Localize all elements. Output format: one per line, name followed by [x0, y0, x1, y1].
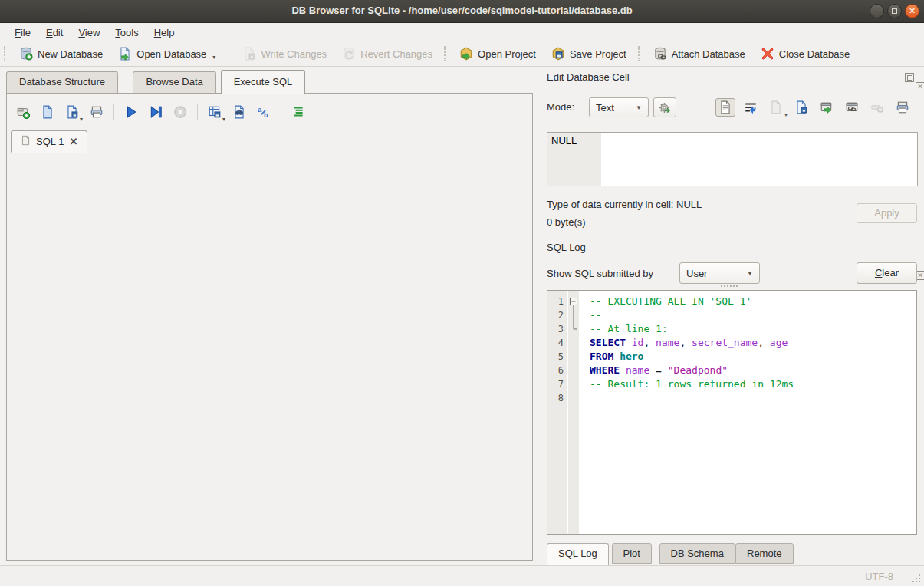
menu-view[interactable]: View: [71, 25, 107, 40]
new-database-icon: [19, 47, 33, 61]
fold-margin: [568, 295, 580, 308]
menu-help[interactable]: Help: [147, 25, 182, 40]
export-results-icon[interactable]: ▾: [205, 102, 225, 122]
find-icon[interactable]: [229, 102, 249, 122]
db-browser-window: DB Browser for SQLite - /home/user/code/…: [0, 0, 924, 586]
print-icon: [896, 100, 909, 114]
export-data-icon: [794, 100, 808, 114]
log-dock-splitter[interactable]: [721, 285, 738, 288]
maximize-icon[interactable]: [887, 4, 902, 18]
sql-toolbar: ▾▾ab: [11, 100, 311, 123]
fold-margin: [568, 364, 580, 377]
clear-button[interactable]: Clear: [857, 262, 917, 284]
dropdown-caret-icon[interactable]: ▾: [222, 116, 225, 123]
print-icon[interactable]: [893, 98, 912, 117]
dock-tab-sql-log[interactable]: SQL Log: [547, 543, 609, 565]
tab-execute-sql[interactable]: Execute SQL: [221, 70, 306, 94]
apply-button[interactable]: Apply: [857, 203, 917, 223]
open-database-button[interactable]: Open Database▾: [110, 44, 223, 64]
toolbar-grip[interactable]: [4, 46, 8, 61]
code-line: 1-- EXECUTING ALL IN 'SQL 1': [547, 295, 916, 308]
dock-tab-db-schema[interactable]: DB Schema: [659, 543, 735, 564]
code-line: 2--: [547, 308, 916, 322]
save-project-button[interactable]: Save Project: [544, 44, 634, 64]
minimize-icon[interactable]: –: [870, 4, 884, 18]
new-sql-tab-icon[interactable]: [13, 102, 33, 122]
code-line: 6WHERE name = "Deadpond": [547, 364, 916, 377]
close-database-button[interactable]: Close Database: [753, 44, 858, 64]
dropdown-caret-icon[interactable]: ▾: [212, 54, 215, 61]
main-toolbar: New DatabaseOpen Database▾Write ChangesR…: [0, 41, 924, 67]
auto-switch-mode-button[interactable]: [653, 97, 676, 117]
revert-changes-button[interactable]: Revert Changes: [334, 44, 440, 64]
find-icon: [232, 105, 246, 119]
print-icon[interactable]: [87, 102, 107, 122]
sql-document-tab[interactable]: SQL 1 ✕: [11, 130, 87, 153]
encoding-indicator: UTF-8: [865, 571, 893, 582]
close-sql-tab-icon[interactable]: ✕: [69, 136, 77, 147]
dock-tab-remote[interactable]: Remote: [735, 543, 794, 564]
dock-tab-plot[interactable]: Plot: [612, 543, 652, 564]
text-document-icon[interactable]: [715, 98, 735, 117]
format-sql-icon[interactable]: [288, 102, 308, 122]
cell-value: NULL: [551, 135, 577, 146]
mode-label: Mode:: [547, 101, 574, 113]
copy-link-icon[interactable]: [842, 98, 862, 117]
line-number: 2: [547, 308, 568, 322]
open-external-icon: [820, 100, 834, 114]
new-database-button[interactable]: New Database: [12, 44, 110, 64]
window-title: DB Browser for SQLite - /home/user/code/…: [0, 5, 924, 16]
attach-database-button[interactable]: Attach Database: [646, 44, 753, 64]
open-external-icon[interactable]: [817, 98, 837, 117]
export-data-icon[interactable]: [791, 98, 811, 117]
toolbar-grip[interactable]: [638, 46, 642, 61]
cell-editor[interactable]: NULL: [547, 132, 918, 186]
menu-edit[interactable]: Edit: [39, 25, 70, 40]
save-sql-file-icon[interactable]: ▾: [62, 102, 82, 122]
resize-grip[interactable]: [912, 574, 921, 583]
code-text: SELECT id, name, secret_name, age: [580, 336, 916, 350]
dropdown-caret-icon[interactable]: ▾: [784, 111, 788, 118]
word-wrap-icon: [744, 100, 758, 114]
new-sql-tab-icon: [16, 105, 30, 119]
find-replace-icon[interactable]: ab: [254, 102, 274, 122]
text-document-icon: [718, 100, 732, 114]
tab-browse-data[interactable]: Browse Data: [133, 71, 215, 94]
toolbar-button-label: New Database: [38, 48, 103, 60]
write-changes-button[interactable]: Write Changes: [235, 44, 334, 64]
code-text: FROM hero: [580, 350, 916, 364]
mode-select[interactable]: Text▼: [589, 97, 649, 117]
code-text: [580, 391, 916, 405]
fold-margin: [568, 308, 580, 322]
code-line: 8: [547, 391, 916, 405]
close-icon[interactable]: ✕: [905, 4, 919, 18]
execute-line-icon[interactable]: [146, 102, 166, 122]
open-sql-file-icon[interactable]: [38, 102, 58, 122]
dropdown-caret-icon[interactable]: ▾: [80, 116, 83, 123]
code-text: WHERE name = "Deadpond": [580, 364, 916, 377]
sql-file-icon: [21, 135, 31, 148]
set-null-icon: [870, 100, 884, 114]
toolbar-grip[interactable]: [444, 46, 448, 61]
titlebar[interactable]: DB Browser for SQLite - /home/user/code/…: [0, 0, 924, 23]
toolbar-button-label: Close Database: [779, 48, 850, 60]
toolbar-button-label: Revert Changes: [360, 48, 432, 60]
execute-all-icon[interactable]: [121, 102, 141, 122]
line-number: 6: [547, 364, 568, 377]
line-number: 4: [547, 336, 568, 350]
toolbar-separator: [281, 104, 281, 120]
stop-icon[interactable]: [170, 102, 190, 122]
code-line: 3-- At line 1:: [547, 322, 916, 336]
log-filter-select[interactable]: User▼: [679, 262, 760, 284]
menu-file[interactable]: File: [8, 25, 38, 40]
set-null-icon[interactable]: [867, 98, 887, 117]
import-data-icon[interactable]: ▾: [766, 98, 786, 117]
menu-tools[interactable]: Tools: [108, 25, 145, 40]
cell-panel-close-icon[interactable]: ✕: [916, 82, 924, 91]
sql-log-view[interactable]: 1-- EXECUTING ALL IN 'SQL 1'2--3-- At li…: [547, 290, 917, 535]
open-project-button[interactable]: Open Project: [452, 44, 544, 64]
cell-panel-float-icon[interactable]: [905, 73, 914, 82]
tab-database-structure[interactable]: Database Structure: [6, 71, 118, 94]
word-wrap-icon[interactable]: [741, 98, 761, 117]
svg-text:a: a: [258, 106, 262, 114]
